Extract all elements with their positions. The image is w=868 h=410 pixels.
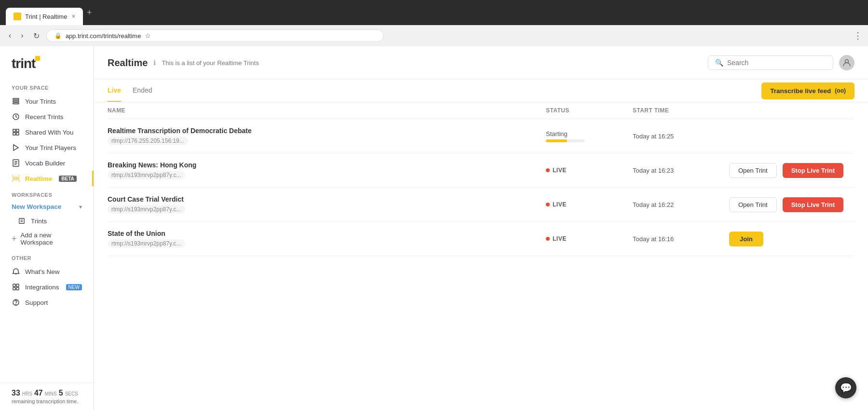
active-tab[interactable]: Trint | Realtime × — [6, 8, 83, 25]
status-cell-live-2: LIVE — [546, 201, 633, 208]
row-3-actions: Open Trint Stop Live Trint — [729, 197, 854, 212]
help-icon — [12, 298, 20, 307]
tab-close-button[interactable]: × — [72, 13, 75, 20]
realtime-label: Realtime — [25, 175, 52, 182]
radio-icon — [12, 174, 20, 183]
stop-live-trint-button[interactable]: Stop Live Trint — [783, 163, 843, 178]
time-nums: 33 HRS 47 MINS 5 SECS — [12, 389, 82, 397]
chat-icon: 💬 — [840, 382, 852, 394]
status-cell-starting: Starting — [546, 130, 633, 142]
workspaces-label: Workspaces — [12, 192, 52, 198]
sidebar-item-whats-new[interactable]: What's New — [0, 264, 94, 279]
transcribe-live-feed-button[interactable]: Transcribe live feed (oo) — [761, 82, 854, 99]
svg-rect-14 — [19, 219, 25, 224]
live-dot-icon — [546, 203, 550, 206]
beta-badge: BETA — [59, 176, 76, 182]
open-trint-button[interactable]: Open Trint — [729, 163, 777, 178]
puzzle-icon — [12, 283, 20, 291]
app-container: trint Your Space Your Trints Recent Trin… — [0, 46, 868, 410]
workspaces-header: Workspaces — [0, 186, 94, 200]
trint-players-label: Your Trint Players — [25, 144, 76, 151]
sidebar-item-realtime[interactable]: Realtime BETA — [0, 171, 94, 186]
plus-icon: + — [12, 234, 17, 244]
live-label: LIVE — [553, 201, 567, 208]
hours-value: 33 — [12, 389, 20, 397]
back-button[interactable]: ‹ — [6, 29, 14, 42]
live-dot-icon — [546, 237, 550, 241]
page-subtitle: This is a list of your Realtime Trints — [162, 59, 259, 67]
sidebar-item-integrations[interactable]: Integrations NEW — [0, 279, 94, 295]
col-status: Status — [546, 107, 633, 114]
workspace-sub-trints[interactable]: Trints — [0, 214, 94, 228]
start-time-4: Today at 16:16 — [633, 235, 729, 243]
svg-point-13 — [15, 178, 17, 180]
browser-tabs: Trint | Realtime × + — [6, 0, 96, 25]
col-name: Name — [108, 107, 546, 114]
user-avatar[interactable] — [839, 55, 854, 70]
trint-url: rtmp://s193mrvp2pp87y.c... — [108, 171, 185, 179]
search-box[interactable]: 🔍 — [708, 55, 833, 70]
row-2-actions: Open Trint Stop Live Trint — [729, 163, 854, 178]
status-cell-live-3: LIVE — [546, 235, 633, 242]
list-icon — [12, 97, 20, 106]
forward-button[interactable]: › — [18, 29, 26, 42]
broadcast-icon: (oo) — [835, 87, 846, 94]
transcribe-label: Transcribe live feed — [770, 87, 831, 95]
nav-menu-icon[interactable]: ⋮ — [854, 30, 862, 41]
logo-area: trint — [0, 46, 94, 79]
start-time-1: Today at 16:25 — [633, 133, 729, 140]
other-label: Other — [0, 249, 94, 264]
join-button[interactable]: Join — [729, 232, 763, 246]
start-time-2: Today at 16:23 — [633, 167, 729, 174]
sidebar-footer: 33 HRS 47 MINS 5 SECS remaining transcri… — [0, 383, 94, 410]
address-bar[interactable]: 🔒 app.trint.com/trints/realtime ☆ — [46, 29, 384, 42]
open-trint-button[interactable]: Open Trint — [729, 197, 777, 212]
search-icon: 🔍 — [715, 59, 723, 67]
trint-url: rtmp://s193mrvp2pp87y.c... — [108, 205, 185, 214]
trint-name: Breaking News: Hong Kong — [108, 161, 546, 169]
trint-name: Court Case Trial Verdict — [108, 195, 546, 203]
table-row: State of the Union rtmp://s193mrvp2pp87y… — [108, 222, 854, 256]
sidebar-item-support[interactable]: Support — [0, 295, 94, 310]
stop-live-trint-button[interactable]: Stop Live Trint — [783, 197, 843, 212]
page-title: Realtime — [108, 57, 148, 68]
add-workspace-label: Add a new Workspace — [21, 232, 82, 246]
url-text: app.trint.com/trints/realtime — [66, 32, 141, 40]
your-trints-label: Your Trints — [25, 98, 56, 105]
info-icon[interactable]: ℹ — [153, 59, 156, 67]
table-header: Name Status Start time — [108, 102, 854, 119]
svg-rect-5 — [16, 129, 19, 132]
sidebar-item-recent-trints[interactable]: Recent Trints — [0, 109, 94, 124]
refresh-button[interactable]: ↻ — [30, 29, 42, 42]
table-row: Realtime Transcription of Democratic Deb… — [108, 119, 854, 153]
workspace-new[interactable]: New Workspace ▾ — [0, 200, 94, 214]
live-label: LIVE — [553, 235, 567, 242]
svg-rect-21 — [16, 287, 19, 290]
bookmark-icon[interactable]: ☆ — [145, 32, 151, 40]
col-start-time: Start time — [633, 107, 729, 114]
status-cell-live-1: LIVE — [546, 167, 633, 174]
sidebar-item-your-trints[interactable]: Your Trints — [0, 94, 94, 109]
tab-ended[interactable]: Ended — [133, 80, 152, 102]
shared-with-you-label: Shared With You — [25, 129, 74, 136]
vocab-builder-label: Vocab Builder — [25, 160, 65, 167]
svg-rect-7 — [16, 133, 19, 135]
mins-value: 47 — [34, 389, 43, 397]
sidebar-item-vocab-builder[interactable]: Vocab Builder — [0, 155, 94, 171]
sidebar-item-shared-with-you[interactable]: Shared With You — [0, 124, 94, 140]
play-icon — [12, 143, 20, 152]
trints-sub-icon — [17, 217, 26, 225]
secs-label: SECS — [65, 391, 78, 396]
chat-bubble-button[interactable]: 💬 — [835, 377, 856, 398]
grid-icon — [12, 128, 20, 137]
tab-live[interactable]: Live — [108, 80, 121, 102]
sidebar-item-trint-players[interactable]: Your Trint Players — [0, 140, 94, 155]
svg-rect-20 — [13, 287, 15, 290]
status-starting-text: Starting — [546, 130, 633, 137]
trint-name: State of the Union — [108, 230, 546, 237]
new-tab-button[interactable]: + — [83, 6, 96, 20]
search-input[interactable] — [727, 59, 826, 67]
time-remaining: 33 HRS 47 MINS 5 SECS remaining transcri… — [12, 389, 82, 404]
add-workspace-button[interactable]: + Add a new Workspace — [0, 228, 94, 249]
time-remaining-label: remaining transcription time. — [12, 398, 82, 404]
